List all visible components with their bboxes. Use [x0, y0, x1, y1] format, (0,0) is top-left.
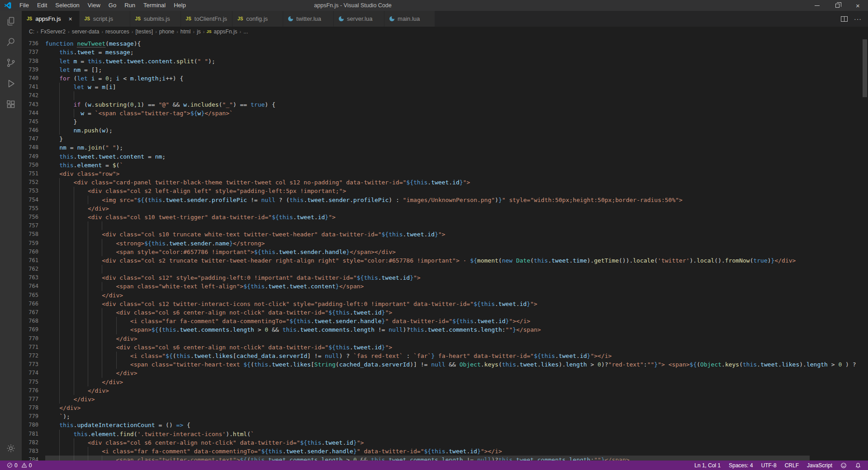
- code-line-736[interactable]: 736function newTweet(message){: [22, 39, 868, 48]
- code-line-754[interactable]: 754<img src="${(this.tweet.sender.profil…: [22, 196, 868, 204]
- code-line-741[interactable]: 741let w = m[i]: [22, 83, 868, 91]
- activity-explorer-icon[interactable]: [0, 11, 22, 32]
- menu-terminal[interactable]: Terminal: [139, 0, 170, 11]
- code-line-751[interactable]: 751<div class="row">: [22, 169, 868, 178]
- tab-submits.js[interactable]: JSsubmits.js: [130, 11, 181, 27]
- code-line-780[interactable]: 780this.updateInteractionCount = () => {: [22, 421, 868, 429]
- code-line-775[interactable]: 775</div>: [22, 378, 868, 386]
- breadcrumb-item-js[interactable]: js: [196, 28, 201, 35]
- code-line-772[interactable]: 772<i class="${(this.tweet.likes[cached_…: [22, 352, 868, 360]
- code-line-750[interactable]: 750this.element = $(`: [22, 161, 868, 169]
- more-actions-icon[interactable]: ···: [854, 15, 862, 23]
- code-line-746[interactable]: 746nm.push(w);: [22, 126, 868, 135]
- code-line-737[interactable]: 737this.tweet = message;: [22, 48, 868, 56]
- menu-edit[interactable]: Edit: [33, 0, 51, 11]
- code-line-771[interactable]: 771<div class="col s6 center-align not-c…: [22, 343, 868, 352]
- minimize-button[interactable]: [807, 0, 827, 11]
- menu-go[interactable]: Go: [104, 0, 120, 11]
- encoding-setting[interactable]: UTF-8: [759, 462, 779, 469]
- code-line-768[interactable]: 768<i class="far fa-comment" data-commen…: [22, 317, 868, 325]
- close-button[interactable]: ×: [848, 0, 868, 11]
- code-line-761[interactable]: 761<div class="col s2 truncate twitter-t…: [22, 256, 868, 265]
- code-line-776[interactable]: 776</div>: [22, 386, 868, 395]
- breadcrumb-item-phone[interactable]: phone: [159, 28, 175, 35]
- language-mode[interactable]: JavaScript: [805, 462, 835, 469]
- code-line-738[interactable]: 738let m = this.tweet.tweet.content.spli…: [22, 57, 868, 66]
- horizontal-scrollbar[interactable]: [45, 456, 810, 461]
- tab-close-icon[interactable]: ×: [67, 15, 74, 23]
- code-line-755[interactable]: 755</div>: [22, 204, 868, 213]
- eol-setting[interactable]: CRLF: [783, 462, 801, 469]
- tab-config.js[interactable]: JSconfig.js: [232, 11, 283, 27]
- tab-toClientFn.js[interactable]: JStoClientFn.js: [181, 11, 232, 27]
- breadcrumb-item-fxserver2[interactable]: FxServer2: [40, 28, 66, 35]
- breadcrumb-item-server-data[interactable]: server-data: [71, 28, 100, 35]
- code-line-739[interactable]: 739let nm = [];: [22, 66, 868, 74]
- code-line-767[interactable]: 767<div class="col s6 center-align not-c…: [22, 308, 868, 317]
- breadcrumb-file[interactable]: appsFn.js: [213, 28, 238, 35]
- code-line-779[interactable]: 779`);: [22, 412, 868, 421]
- line-number: 754: [22, 196, 38, 204]
- menu-file[interactable]: File: [15, 0, 33, 11]
- notifications-button[interactable]: [853, 462, 863, 469]
- code-line-763[interactable]: 763<div class="col s12" style="padding-l…: [22, 273, 868, 282]
- tab-twitter.lua[interactable]: twitter.lua: [283, 11, 334, 27]
- code-line-745[interactable]: 745}: [22, 118, 868, 126]
- vertical-scrollbar[interactable]: [863, 39, 867, 97]
- code-line-764[interactable]: 764<span class="white-text left-align">$…: [22, 282, 868, 291]
- code-line-762[interactable]: 762: [22, 265, 868, 273]
- breadcrumb-item-c-[interactable]: C:: [28, 28, 35, 35]
- code-line-747[interactable]: 747}: [22, 135, 868, 143]
- code-line-744[interactable]: 744w = `<span class="twitter-tag">${w}</…: [22, 109, 868, 118]
- code-line-756[interactable]: 756<div class="col s10 tweet-trigger" da…: [22, 213, 868, 221]
- activity-search-icon[interactable]: [0, 32, 22, 52]
- feedback-button[interactable]: [838, 462, 849, 469]
- menu-view[interactable]: View: [84, 0, 104, 11]
- menu-run[interactable]: Run: [120, 0, 139, 11]
- breadcrumb-item-resources[interactable]: resources: [105, 28, 130, 35]
- tab-server.lua[interactable]: server.lua: [334, 11, 384, 27]
- code-line-770[interactable]: 770</div>: [22, 334, 868, 343]
- code-line-752[interactable]: 752<div class="card-panel twitter-black-…: [22, 178, 868, 187]
- code-line-757[interactable]: 757: [22, 221, 868, 230]
- problems-indicator[interactable]: 0 0: [5, 461, 34, 470]
- tab-appsFn.js[interactable]: JSappsFn.js×: [22, 11, 80, 27]
- code-line-740[interactable]: 740for (let i = 0; i < m.length;i++) {: [22, 74, 868, 83]
- code-line-748[interactable]: 748nm = nm.join(" ");: [22, 143, 868, 152]
- code-line-773[interactable]: 773<span class="twitter-heart-text ${(th…: [22, 360, 868, 369]
- code-line-783[interactable]: 783<i class="far fa-comment" data-commen…: [22, 447, 868, 456]
- menu-help[interactable]: Help: [170, 0, 190, 11]
- indentation-setting[interactable]: Spaces: 4: [726, 462, 755, 469]
- split-editor-icon[interactable]: [841, 16, 848, 22]
- code-line-742[interactable]: 742: [22, 91, 868, 100]
- breadcrumb-item--testes-[interactable]: [testes]: [135, 28, 153, 35]
- code-token: ${: [424, 448, 432, 455]
- code-token: tweet: [449, 448, 466, 455]
- menu-selection[interactable]: Selection: [51, 0, 83, 11]
- breadcrumb-item-html[interactable]: html: [180, 28, 191, 35]
- activity-run-debug-icon[interactable]: [0, 73, 22, 94]
- code-line-758[interactable]: 758<div class="col s10 truncate white-te…: [22, 230, 868, 239]
- code-line-777[interactable]: 777</div>: [22, 395, 868, 404]
- code-line-743[interactable]: 743if (w.substring(0,1) == "@" && w.incl…: [22, 100, 868, 109]
- code-line-759[interactable]: 759<strong>${this.tweet.sender.name}</st…: [22, 239, 868, 248]
- restore-button[interactable]: [827, 0, 848, 11]
- code-line-765[interactable]: 765</div>: [22, 291, 868, 300]
- breadcrumb-symbol-ellipsis[interactable]: ...: [243, 28, 248, 35]
- tab-main.lua[interactable]: main.lua: [384, 11, 435, 27]
- code-line-769[interactable]: 769<span>${(this.tweet.comments.length >…: [22, 325, 868, 334]
- code-line-749[interactable]: 749this.tweet.tweet.content = nm;: [22, 152, 868, 161]
- activity-manage-icon[interactable]: [0, 438, 22, 459]
- code-line-781[interactable]: 781this.element.find('.twitter-interact-…: [22, 430, 868, 438]
- code-editor[interactable]: 735736function newTweet(message){737this…: [22, 37, 868, 461]
- code-line-778[interactable]: 778</div>: [22, 404, 868, 412]
- cursor-position[interactable]: Ln 1, Col 1: [692, 462, 723, 469]
- code-line-753[interactable]: 753<div class="col s2 left-align left" s…: [22, 187, 868, 195]
- code-line-782[interactable]: 782<div class="col s6 center-align not-c…: [22, 438, 868, 447]
- code-line-760[interactable]: 760<span style="color:#657786 !important…: [22, 248, 868, 256]
- activity-source-control-icon[interactable]: [0, 52, 22, 73]
- tab-script.js[interactable]: JSscript.js: [80, 11, 130, 27]
- activity-extensions-icon[interactable]: [0, 94, 22, 115]
- code-line-766[interactable]: 766<div class="col s12 twitter-interact-…: [22, 300, 868, 308]
- code-line-774[interactable]: 774</div>: [22, 369, 868, 377]
